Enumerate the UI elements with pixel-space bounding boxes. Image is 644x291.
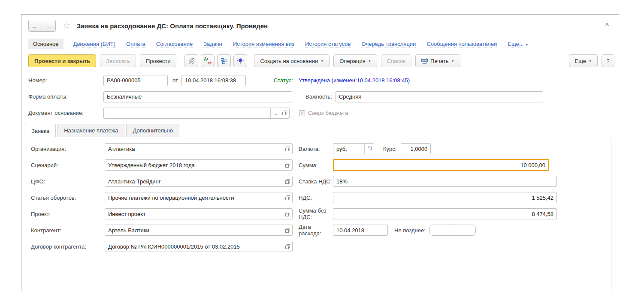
expense-date-field[interactable]: 10.04.2018 (333, 225, 388, 236)
toolbar: Провести и закрыть Записать Провести Дт … (28, 54, 614, 68)
open-button[interactable] (283, 209, 292, 219)
open-button[interactable] (283, 192, 292, 203)
help-button[interactable]: ? (602, 54, 614, 67)
counterparty-field[interactable]: Артель Балтики (105, 225, 293, 236)
project-field[interactable]: Инвест проект (105, 208, 293, 219)
expense-date-row: Дата расхода: 10.04.2018 Не позднее: . . (299, 225, 603, 236)
amount-no-vat-field[interactable]: 8 474,58 (333, 208, 557, 219)
open-button[interactable] (283, 241, 292, 252)
amount-row: Сумма: 10 000,00 (299, 159, 603, 171)
amount-no-vat-row: Сумма без НДС: 8 474,58 (299, 208, 603, 219)
vat-field[interactable]: 1 525,42 (333, 192, 557, 203)
dt-kt-postings-button[interactable]: Дт Кт (201, 54, 215, 67)
payment-form-label: Форма оплаты: (28, 93, 103, 100)
nav-item-payment[interactable]: Оплата (125, 39, 146, 49)
amount-field[interactable]: 10 000,00 (333, 159, 549, 171)
contract-field[interactable]: Договор № РАПСИН000000001/2015 от 03.02.… (105, 241, 293, 252)
open-button[interactable] (283, 160, 292, 170)
open-button[interactable] (283, 176, 292, 186)
counterparty-row: Контрагент: Артель Балтики (31, 225, 293, 236)
open-button[interactable] (280, 108, 289, 118)
turnover-item-field[interactable]: Прочие платежи по операционной деятельно… (105, 192, 293, 203)
forward-arrow-icon: → (45, 22, 52, 30)
document-window: ← → ☆ Заявка на расходование ДС: Оплата … (21, 14, 619, 291)
request-tab-panel: Организация: Атлантика Сценарий: Утвержд… (25, 137, 611, 291)
nav-item-main[interactable]: Основное (28, 39, 63, 49)
structure-icon (221, 57, 227, 64)
operation-button[interactable]: Операция▼ (333, 54, 377, 67)
expense-date-label: Дата расхода: (299, 224, 333, 237)
nav-item-user-messages[interactable]: Сообщения пользователей (426, 39, 498, 49)
favorite-star-icon[interactable]: ☆ (63, 21, 71, 31)
organization-row: Организация: Атлантика (31, 143, 293, 154)
save-button[interactable]: Записать (100, 54, 136, 67)
scenario-label: Сценарий: (31, 162, 105, 168)
tab-request[interactable]: Заявка (25, 124, 56, 137)
from-label: от (172, 77, 178, 84)
more-button[interactable]: Еще▼ (569, 54, 598, 67)
chevron-down-icon: ▼ (368, 60, 371, 63)
status-value: Утверждена (изменен:10.04.2018 16:08:45) (299, 77, 410, 84)
organization-field[interactable]: Атлантика (105, 143, 293, 154)
open-icon (285, 244, 290, 249)
open-icon (285, 195, 290, 200)
cfo-field[interactable]: Атлантика-Трейдинг (105, 176, 293, 187)
close-icon[interactable]: × (605, 20, 609, 29)
post-button[interactable]: Провести (140, 54, 177, 67)
back-button[interactable]: ← (29, 20, 42, 31)
attachments-button[interactable] (184, 54, 198, 67)
over-budget-label: Сверх бюджета (308, 110, 348, 116)
number-field[interactable]: РА00-000005 (103, 75, 168, 86)
cfo-label: ЦФО: (31, 178, 105, 185)
nav-item-approval[interactable]: Согласование (155, 39, 194, 49)
history-buttons: ← → (28, 20, 56, 32)
payment-form-field[interactable]: Безналичные (103, 91, 292, 102)
checkbox-check-icon: ✓ (299, 110, 305, 116)
project-label: Проект: (31, 211, 105, 217)
base-document-row: Документ основание: ... ✓ Сверх бюджета (28, 107, 614, 119)
document-structure-button[interactable] (217, 54, 231, 67)
base-document-field[interactable]: ... (103, 108, 290, 119)
organization-label: Организация: (31, 146, 105, 152)
nav-item-movements[interactable]: Движения (БИТ) (73, 39, 116, 49)
number-label: Номер: (28, 77, 103, 84)
over-budget-checkbox[interactable]: ✓ Сверх бюджета (299, 110, 348, 116)
currency-field[interactable]: руб. (333, 143, 374, 154)
post-and-close-button[interactable]: Провести и закрыть (28, 54, 96, 67)
vat-rate-field[interactable]: 18% (333, 176, 557, 187)
open-button[interactable] (364, 144, 374, 154)
tab-payment-purpose[interactable]: Назначение платежа (57, 124, 124, 137)
open-button[interactable] (283, 225, 292, 235)
base-document-label: Документ основание: (28, 110, 103, 116)
rate-label: Курс: (383, 146, 396, 152)
chevron-down-icon: ▼ (525, 43, 529, 47)
nav-item-tasks[interactable]: Задачи (203, 39, 223, 49)
rate-field[interactable]: 1,0000 (401, 143, 431, 154)
nav-item-broadcast-queue[interactable]: Очередь трансляции (360, 39, 417, 49)
nav-item-status-history[interactable]: История статусов (304, 39, 352, 49)
amount-no-vat-label: Сумма без НДС: (299, 207, 333, 220)
nav-item-visa-history[interactable]: История изменения виз (232, 39, 295, 49)
currency-label: Валюта: (299, 146, 333, 152)
contract-label: Договор контрагента: (31, 243, 105, 250)
choose-dots-button[interactable]: ... (270, 108, 280, 118)
printer-icon (421, 58, 428, 64)
open-icon (282, 111, 287, 115)
forward-button[interactable]: → (42, 20, 55, 31)
print-button[interactable]: Печать▼ (415, 54, 460, 67)
chevron-down-icon: ▼ (589, 60, 592, 63)
list-button[interactable]: Список (381, 54, 411, 67)
create-from-button[interactable]: Создать на основании▼ (254, 54, 330, 67)
no-later-field[interactable]: . . (429, 225, 476, 236)
date-field[interactable]: 10.04.2018 16:08:38 (181, 75, 246, 86)
project-row: Проект: Инвест проект (31, 208, 293, 219)
importance-field[interactable]: Средняя (336, 91, 543, 102)
left-column: Организация: Атлантика Сценарий: Утвержд… (31, 143, 293, 257)
open-button[interactable] (283, 144, 292, 154)
open-icon (285, 212, 290, 216)
vat-label: НДС: (299, 195, 333, 201)
scenario-field[interactable]: Утвержденный бюджет 2018 года (105, 159, 293, 171)
nav-more-menu[interactable]: Еще...▼ (507, 39, 529, 49)
tab-additional[interactable]: Дополнительно (126, 124, 179, 137)
explain-button[interactable] (233, 54, 247, 67)
